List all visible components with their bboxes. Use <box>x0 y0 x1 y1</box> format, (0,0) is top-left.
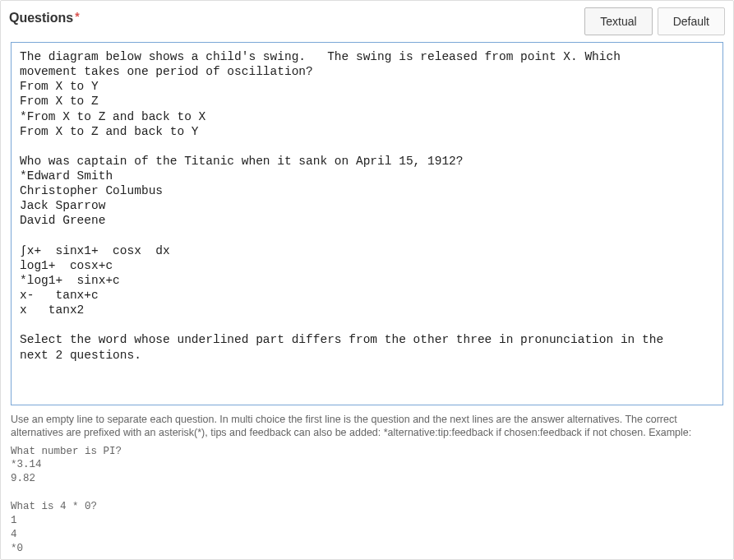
help-example: What number is PI? *3.14 9.82 What is 4 … <box>11 445 723 556</box>
help-text: Use an empty line to separate each quest… <box>1 413 733 560</box>
questions-input[interactable] <box>11 42 723 405</box>
panel-title: Questions <box>9 11 73 25</box>
tab-default[interactable]: Default <box>658 7 725 35</box>
tab-textual[interactable]: Textual <box>584 7 652 35</box>
questions-textarea-wrap <box>11 42 723 408</box>
questions-panel: Questions * Textual Default Use an empty… <box>0 0 734 560</box>
help-intro: Use an empty line to separate each quest… <box>11 413 723 440</box>
title-wrap: Questions * <box>9 7 80 25</box>
required-asterisk-icon: * <box>75 10 79 23</box>
panel-header: Questions * Textual Default <box>1 1 733 35</box>
view-tabs: Textual Default <box>584 7 725 35</box>
